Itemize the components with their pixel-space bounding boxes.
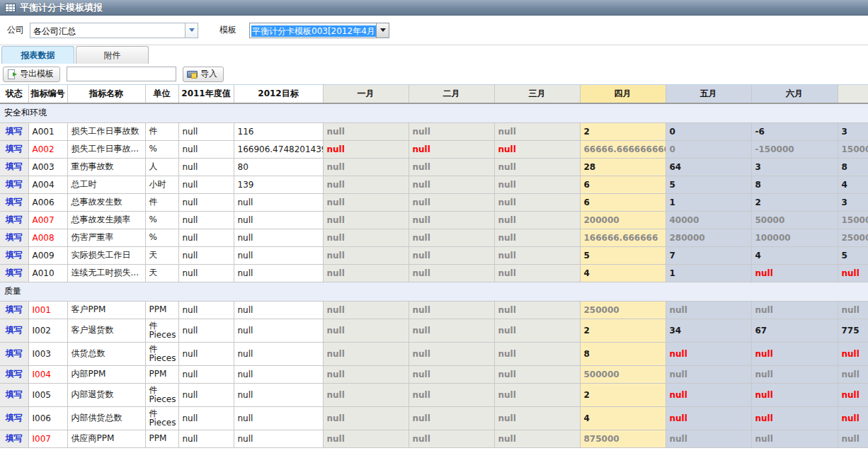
month-value-cell: null [666, 342, 751, 365]
month-value-cell: null [409, 264, 494, 282]
indicator-row: 填写A010连续无工时损失...天nullnullnullnullnull41n… [0, 264, 868, 282]
fill-link[interactable]: 填写 [0, 383, 28, 406]
target-2012: null [234, 211, 323, 229]
indicator-unit: 件 Pieces [145, 406, 178, 430]
month-value-cell: null [494, 193, 580, 211]
indicator-name: 内部退货数 [67, 383, 145, 406]
export-template-button[interactable]: 导出模板 [3, 67, 60, 82]
fill-link[interactable]: 填写 [0, 342, 28, 365]
month-value-cell: 775 [838, 319, 868, 342]
month-value-cell: null [838, 430, 868, 447]
fill-link[interactable]: 填写 [0, 176, 28, 193]
tab-report-data[interactable]: 报表数据 [1, 46, 74, 64]
template-select-value: 平衡计分卡模板003[2012年4月] [251, 25, 376, 37]
month-value-cell: -6 [751, 122, 838, 140]
month-value-cell: null [666, 406, 751, 430]
fill-link[interactable]: 填写 [0, 264, 28, 282]
fill-link[interactable]: 填写 [0, 365, 28, 383]
target-2012: null [234, 365, 323, 383]
group-name: 安全和环境 [0, 103, 868, 122]
value-2011: null [178, 246, 234, 264]
value-2011: null [178, 264, 234, 282]
column-header: 单位 [145, 85, 178, 103]
tab-label: 报表数据 [21, 50, 55, 62]
month-value-cell: 6 [580, 193, 666, 211]
month-value-cell: 1 [666, 193, 751, 211]
indicator-code: I003 [28, 342, 67, 365]
tab-attachments[interactable]: 附件 [76, 46, 149, 64]
fill-link[interactable]: 填写 [0, 158, 28, 176]
fill-link[interactable]: 填写 [0, 319, 28, 342]
fill-link[interactable]: 填写 [0, 122, 28, 140]
chevron-down-icon [189, 28, 195, 32]
column-header [838, 85, 868, 103]
indicator-unit: % [145, 229, 178, 246]
indicator-row: 填写A003重伤事故数人null80nullnullnull286438 [0, 158, 868, 176]
indicator-name: 供货总数 [67, 342, 145, 365]
indicator-code: A007 [28, 211, 67, 229]
indicator-code: A009 [28, 246, 67, 264]
group-name: 质量 [0, 282, 868, 301]
month-value-cell: null [323, 122, 409, 140]
indicator-unit: 天 [145, 246, 178, 264]
target-2012: 80 [234, 158, 323, 176]
template-label: 模板 [219, 24, 236, 36]
indicator-unit: PPM [145, 365, 178, 383]
month-value-cell: null [323, 430, 409, 447]
import-file-input[interactable] [67, 67, 176, 81]
fill-link[interactable]: 填写 [0, 246, 28, 264]
target-2012: 139 [234, 176, 323, 193]
month-value-cell: 25000 [838, 229, 868, 246]
fill-link[interactable]: 填写 [0, 140, 28, 158]
indicator-name: 实际损失工作日 [67, 246, 145, 264]
indicator-row: 填写A002损失工作日事故...%null166906.4748201439nu… [0, 140, 868, 158]
month-value-cell: 8 [838, 158, 868, 176]
fill-link[interactable]: 填写 [0, 406, 28, 430]
month-value-cell: null [494, 158, 580, 176]
target-2012: null [234, 301, 323, 319]
fill-link[interactable]: 填写 [0, 229, 28, 246]
month-value-cell: null [494, 430, 580, 447]
column-header: 2011年度值 [178, 85, 234, 103]
month-value-cell: -150000 [751, 140, 838, 158]
fill-link[interactable]: 填写 [0, 211, 28, 229]
indicator-unit: 小时 [145, 176, 178, 193]
fill-link[interactable]: 填写 [0, 193, 28, 211]
month-value-cell: null [409, 140, 494, 158]
import-button[interactable]: 导入 [183, 67, 224, 82]
template-select[interactable]: 平衡计分卡模板003[2012年4月] [249, 23, 389, 38]
month-value-cell: null [323, 229, 409, 246]
indicator-name: 客户退货数 [67, 319, 145, 342]
scorecard-grid-icon [5, 4, 16, 12]
column-header: 三月 [494, 85, 580, 103]
month-value-cell: null [494, 406, 580, 430]
indicator-unit: % [145, 211, 178, 229]
target-2012: null [234, 342, 323, 365]
tab-label: 附件 [104, 50, 121, 62]
indicator-unit: % [145, 140, 178, 158]
month-value-cell: null [494, 176, 580, 193]
month-value-cell: null [409, 342, 494, 365]
company-select-trigger[interactable] [185, 23, 198, 38]
indicator-row: 填写A008伤害严重率%nullnullnullnullnull166666.6… [0, 229, 868, 246]
indicator-code: A004 [28, 176, 67, 193]
month-value-cell: null [323, 319, 409, 342]
column-header: 2012目标 [234, 85, 323, 103]
month-value-cell: null [666, 430, 751, 447]
fill-link[interactable]: 填写 [0, 430, 28, 447]
fill-link[interactable]: 填写 [0, 301, 28, 319]
template-select-trigger[interactable] [376, 23, 389, 38]
month-value-cell: 250000 [580, 301, 666, 319]
month-value-cell: null [409, 211, 494, 229]
month-value-cell: 3 [838, 122, 868, 140]
target-2012: null [234, 319, 323, 342]
month-value-cell: 280000 [666, 229, 751, 246]
target-2012: null [234, 430, 323, 447]
company-select[interactable]: 各公司汇总 [30, 23, 198, 38]
indicator-row: 填写A004总工时小时null139nullnullnull6584 [0, 176, 868, 193]
indicator-name: 总事故发生频率 [67, 211, 145, 229]
column-header: 指标编号 [28, 85, 67, 103]
indicator-row: 填写A006总事故发生数件nullnullnullnullnull6123 [0, 193, 868, 211]
month-value-cell: null [409, 158, 494, 176]
indicator-name: 损失工作日事故... [67, 140, 145, 158]
